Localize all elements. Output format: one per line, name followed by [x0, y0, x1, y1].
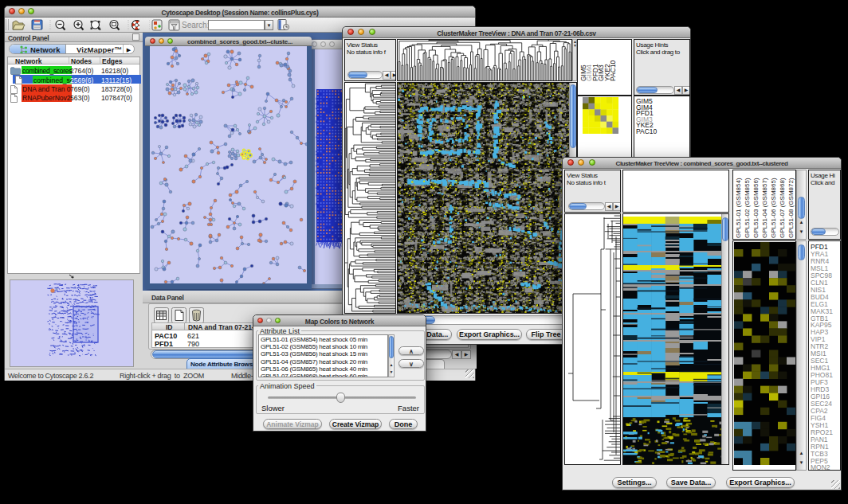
svg-text:PAC10: PAC10: [609, 60, 617, 81]
svg-text:GPL51-02 (GSM855): GPL51-02 (GSM855): [744, 178, 751, 238]
svg-text:GPL51-01 (GSM854): GPL51-01 (GSM854): [735, 178, 742, 238]
svg-text:GPL51-06 (GSM865): GPL51-06 (GSM865): [770, 178, 777, 238]
svg-text:GPL51-04 (GSM857): GPL51-04 (GSM857): [761, 178, 768, 238]
svg-text:GPL51-03 (GSM856): GPL51-03 (GSM856): [752, 178, 760, 238]
svg-text:GPL51-08 (GSM872): GPL51-08 (GSM872): [787, 178, 795, 238]
svg-text:GPL51-07 (GSM868): GPL51-07 (GSM868): [779, 178, 786, 238]
